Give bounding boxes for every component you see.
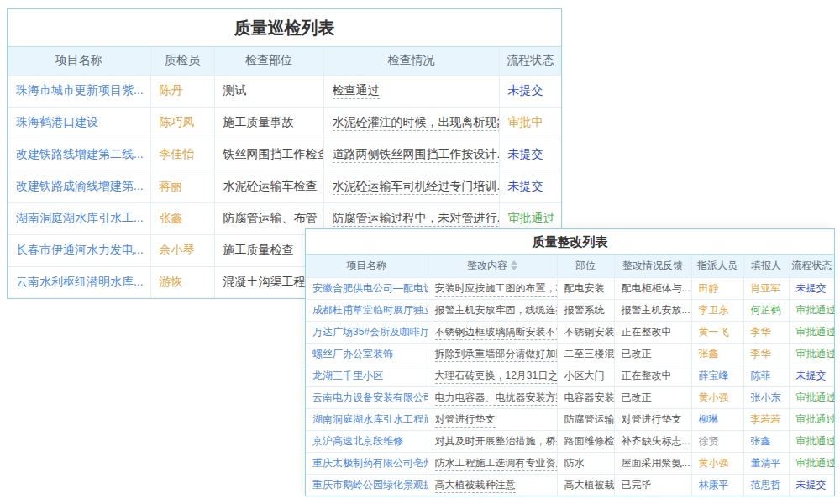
assignee-name: 林康平 [691, 474, 743, 496]
inspection-row: 珠海市城市更新项目紫... 陈丹 测试 检查通过 未提交 [8, 75, 561, 107]
column-header-situation: 检查情况 [323, 47, 499, 75]
project-name-link[interactable]: 改建铁路线增建第二线... [8, 139, 150, 171]
rectification-content-cell: 大理石砖更换，12月31日之... [428, 365, 557, 386]
rectification-table-body: 安徽合肥供电公司—配电设备... 安装时应按施工图的布置，将... 配电安装 配… [306, 277, 834, 496]
project-name-link[interactable]: 重庆太极制药有限公司亳州中... [306, 452, 428, 474]
column-header-part: 部位 [557, 255, 614, 277]
rectification-feedback-cell: 已完毕 [614, 474, 691, 496]
inspector-name: 游恢 [150, 266, 214, 298]
project-name-link[interactable]: 云南水利枢纽潜明水库... [8, 266, 150, 298]
assignee-name: 张鑫 [691, 343, 743, 365]
project-name-link[interactable]: 龙湖三千里小区 [306, 365, 428, 386]
status-badge: 未提交 [499, 139, 561, 171]
inspector-name: 张鑫 [150, 202, 214, 234]
situation-text: 道路两侧铁丝网围挡工作按设计... [333, 147, 500, 163]
rectification-row: 万达广场35#会所及咖啡厅空... 不锈钢边框玻璃隔断安装不牢... 不锈钢安装… [306, 321, 834, 343]
status-badge: 未提交 [789, 474, 834, 496]
inspection-situation-cell: 水泥砼灌注的时候，出现离析现象 [323, 107, 499, 139]
assignee-name: 李卫东 [691, 299, 743, 321]
inspection-part-cell: 铁丝网围挡工作检查 [214, 139, 323, 171]
reporter-name: 张小东 [743, 386, 789, 408]
project-name-link[interactable]: 珠海市城市更新项目紫... [8, 75, 150, 107]
inspection-part-cell: 测试 [214, 75, 323, 107]
assignee-name: 黄小强 [691, 452, 743, 474]
inspection-part-cell: 水泥砼运输车检查 [214, 171, 323, 202]
column-header-reporter: 填报人 [743, 255, 789, 277]
rectification-content-cell: 安装时应按施工图的布置，将... [428, 277, 557, 299]
status-badge: 未提交 [499, 75, 561, 107]
project-name-link[interactable]: 湖南洞庭湖水库引水工... [8, 202, 150, 234]
situation-text: 水泥砼灌注的时候，出现离析现象 [333, 115, 500, 131]
rectification-part-cell: 报警系统 [557, 299, 614, 321]
project-name-link[interactable]: 万达广场35#会所及咖啡厅空... [306, 321, 428, 343]
status-badge: 审批通过 [789, 408, 834, 430]
column-header-project: 项目名称 [8, 47, 150, 75]
reporter-name: 范思哲 [743, 474, 789, 496]
content-text: 防水工程施工选调有专业资质... [435, 457, 558, 471]
rectification-part-cell: 路面维修检... [557, 430, 614, 452]
rectification-feedback-cell: 配电柜柜体与... [614, 277, 691, 299]
column-header-assignee: 指派人员 [691, 255, 743, 277]
rectification-part-cell: 防腐管运输... [557, 408, 614, 430]
reporter-name: 李华 [743, 343, 789, 365]
rectification-feedback-cell: 已改正 [614, 343, 691, 365]
status-badge: 审批通过 [789, 343, 834, 365]
column-header-project: 项目名称 [306, 255, 428, 277]
rectification-content-cell: 对管进行垫支 [428, 408, 557, 430]
rectification-feedback-cell: 屋面采用聚氨... [614, 452, 691, 474]
project-name-link[interactable]: 重庆市鹅岭公园绿化景观提升... [306, 474, 428, 496]
rectification-part-cell: 电容器安装... [557, 386, 614, 408]
reporter-name: 李华 [743, 321, 789, 343]
rectification-content-cell: 报警主机安放牢固，线缆连接... [428, 299, 557, 321]
project-name-link[interactable]: 安徽合肥供电公司—配电设备... [306, 277, 428, 299]
rectification-content-cell: 拆除到承重墙部分请做好加固... [428, 343, 557, 365]
content-text: 电力电容器、电抗器安装方案... [435, 391, 558, 406]
status-badge: 未提交 [499, 171, 561, 202]
rectification-part-cell: 高大植被栽种 [557, 474, 614, 496]
rectification-feedback-cell: 报警主机安放... [614, 299, 691, 321]
content-text: 报警主机安放牢固，线缆连接... [435, 304, 558, 318]
project-name-link[interactable]: 改建铁路成渝线增建第... [8, 171, 150, 202]
inspector-name: 蒋丽 [150, 171, 214, 202]
project-name-link[interactable]: 珠海鹤港口建设 [8, 107, 150, 139]
column-header-content: 整改内容 [428, 255, 557, 277]
rectification-feedback-cell: 正在整改中 [614, 365, 691, 386]
sort-icon[interactable] [511, 260, 517, 270]
reporter-name: 肖亚军 [743, 277, 789, 299]
reporter-name: 何芷鹤 [743, 299, 789, 321]
rectification-row: 湖南洞庭湖水库引水工程施工1标 对管进行垫支 防腐管运输... 对管进行垫支 柳… [306, 408, 834, 430]
rectification-content-cell: 不锈钢边框玻璃隔断安装不牢... [428, 321, 557, 343]
status-badge: 未提交 [789, 277, 834, 299]
inspection-row: 改建铁路成渝线增建第... 蒋丽 水泥砼运输车检查 水泥砼运输车司机经过专门培训… [8, 171, 561, 202]
content-text: 高大植被栽种注意 [435, 479, 516, 493]
project-name-link[interactable]: 京沪高速北京段维修 [306, 430, 428, 452]
inspection-situation-cell: 道路两侧铁丝网围挡工作按设计... [323, 139, 499, 171]
rectification-row: 云南电力设备安装有限公司20... 电力电容器、电抗器安装方案... 电容器安装… [306, 386, 834, 408]
project-name-link[interactable]: 湖南洞庭湖水库引水工程施工1标 [306, 408, 428, 430]
page: 质量巡检列表 项目名称 质检员 检查部位 检查情况 流程状态 珠海市城市更新项目… [0, 0, 840, 504]
rectification-part-cell: 防水 [557, 452, 614, 474]
rectification-part-cell: 配电安装 [557, 277, 614, 299]
column-header-status: 流程状态 [789, 255, 834, 277]
status-badge: 未提交 [789, 365, 834, 386]
assignee-name: 黄小强 [691, 386, 743, 408]
content-text: 大理石砖更换，12月31日之... [435, 370, 558, 384]
sort-desc-icon [511, 266, 517, 270]
inspection-row: 改建铁路线增建第二线... 李佳怡 铁丝网围挡工作检查 道路两侧铁丝网围挡工作按… [8, 139, 561, 171]
status-badge: 审批通过 [789, 452, 834, 474]
content-text: 对管进行垫支 [435, 413, 496, 428]
reporter-name: 陈菲 [743, 365, 789, 386]
inspection-situation-cell: 检查通过 [323, 75, 499, 107]
project-name-link[interactable]: 成都杜甫草堂临时展厅独立展... [306, 299, 428, 321]
rectification-content-cell: 防水工程施工选调有专业资质... [428, 452, 557, 474]
project-name-link[interactable]: 螺丝厂办公室装饰 [306, 343, 428, 365]
project-name-link[interactable]: 云南电力设备安装有限公司20... [306, 386, 428, 408]
status-badge: 审批通过 [789, 430, 834, 452]
column-header-content-label: 整改内容 [467, 259, 507, 273]
rectification-row: 京沪高速北京段维修 对其及时开展整治措施，桥头... 路面维修检... 补齐缺失… [306, 430, 834, 452]
column-header-inspector: 质检员 [150, 47, 214, 75]
situation-text: 水泥砼运输车司机经过专门培训... [333, 179, 500, 195]
column-header-status: 流程状态 [499, 47, 561, 75]
project-name-link[interactable]: 长春市伊通河水力发电... [8, 234, 150, 266]
rectification-content-cell: 对其及时开展整治措施，桥头... [428, 430, 557, 452]
